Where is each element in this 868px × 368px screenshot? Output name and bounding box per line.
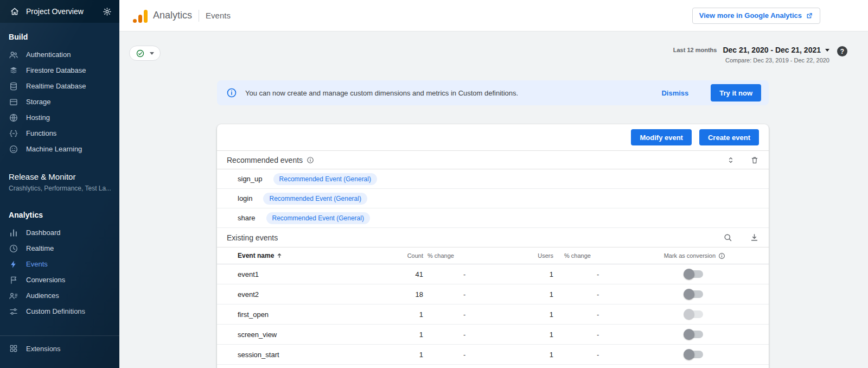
sidebar-item-audiences[interactable]: Audiences <box>0 288 119 303</box>
info-circle-icon <box>718 252 725 259</box>
existing-events-title: Existing events <box>227 233 278 242</box>
date-compare-label: Compare: Dec 23, 2019 - Dec 22, 2020 <box>725 57 829 64</box>
unfold-more-icon[interactable] <box>726 156 735 164</box>
clock-icon <box>9 244 18 253</box>
dismiss-button[interactable]: Dismiss <box>661 89 688 97</box>
sidebar-item-dashboard[interactable]: Dashboard <box>0 225 119 240</box>
check-circle-icon <box>136 49 145 58</box>
mark-as-conversion-toggle[interactable] <box>685 351 703 358</box>
sidebar-item-firestore-database[interactable]: Firestore Database <box>0 62 119 78</box>
date-range-text: Dec 21, 2020 - Dec 21, 2021 <box>723 46 821 54</box>
recommended-event-chip[interactable]: Recommended Event (General) <box>273 173 377 185</box>
sidebar-item-label: Functions <box>26 129 56 137</box>
project-overview-item[interactable]: Project Overview <box>0 0 119 23</box>
cell-users-percent-change: - <box>553 351 651 359</box>
cell-event-name[interactable]: event2 <box>227 290 380 299</box>
dashboard-bars-icon <box>9 228 18 238</box>
event-table-row: session_start 1 - 1 - <box>217 345 769 365</box>
flag-icon <box>9 275 18 285</box>
view-more-label: View more in Google Analytics <box>699 11 802 20</box>
sidebar-item-realtime-database[interactable]: Realtime Database <box>0 78 119 94</box>
cell-percent-change: - <box>423 351 521 359</box>
database-icon <box>9 81 18 91</box>
custom-definitions-banner: You can now create and manage custom dim… <box>217 80 769 105</box>
sidebar-item-hosting[interactable]: Hosting <box>0 110 119 125</box>
settings-gear-icon[interactable] <box>103 7 112 16</box>
sidebar-item-label: Machine Learning <box>26 145 82 153</box>
analytics-section-label: Analytics <box>0 198 119 225</box>
release-monitor-subtitle: Crashlytics, Performance, Test La... <box>9 185 111 192</box>
event-table-row: screen_view 1 - 1 - <box>217 325 769 345</box>
cell-users: 1 <box>521 290 553 299</box>
external-link-icon <box>806 12 813 20</box>
event-name: login <box>238 194 252 202</box>
firebase-sidebar: Project Overview Build Authentication Fi… <box>0 0 119 368</box>
banner-message: You can now create and manage custom dim… <box>245 89 653 97</box>
sidebar-footer: Extensions <box>0 335 119 368</box>
search-icon[interactable] <box>723 233 732 242</box>
event-table-row: event1 41 - 1 - <box>217 264 769 284</box>
mark-as-conversion-toggle[interactable] <box>685 270 703 278</box>
try-it-now-button[interactable]: Try it now <box>711 84 761 101</box>
sidebar-item-label: Hosting <box>26 113 50 122</box>
recommended-event-chip[interactable]: Recommended Event (General) <box>266 212 370 224</box>
sidebar-item-authentication[interactable]: Authentication <box>0 47 119 62</box>
cell-event-name[interactable]: screen_view <box>227 331 380 339</box>
date-range-selector[interactable]: Dec 21, 2020 - Dec 21, 2021 <box>723 46 829 54</box>
sidebar-item-custom-definitions[interactable]: Custom Definitions <box>0 303 119 319</box>
analytics-topbar: Analytics Events View more in Google Ana… <box>119 0 868 31</box>
page-title: Events <box>206 11 231 20</box>
view-more-in-google-analytics-button[interactable]: View more in Google Analytics <box>692 8 820 24</box>
modify-event-button[interactable]: Modify event <box>631 129 691 145</box>
create-event-button[interactable]: Create event <box>699 129 759 145</box>
cell-event-name[interactable]: first_open <box>227 310 380 319</box>
mark-as-conversion-toggle[interactable] <box>685 331 703 338</box>
cell-users: 1 <box>521 270 553 278</box>
project-overview-label: Project Overview <box>26 7 96 16</box>
cell-users: 1 <box>521 331 553 339</box>
column-users-percent-change[interactable]: % change <box>553 252 651 259</box>
help-glyph: ? <box>840 48 844 55</box>
sidebar-item-machine-learning[interactable]: Machine Learning <box>0 141 119 157</box>
home-icon <box>10 7 20 16</box>
release-and-monitor-section[interactable]: Release & Monitor Crashlytics, Performan… <box>0 167 119 198</box>
column-mark-as-conversion: Mark as conversion <box>651 252 759 259</box>
google-analytics-logo-icon <box>133 9 148 23</box>
info-circle-icon <box>307 156 314 164</box>
recommended-event-chip[interactable]: Recommended Event (General) <box>263 193 367 205</box>
chevron-down-icon <box>150 52 154 55</box>
content-area: Last 12 months Dec 21, 2020 - Dec 21, 20… <box>119 31 868 368</box>
column-event-name[interactable]: Event name <box>227 252 380 259</box>
event-name: sign_up <box>238 175 263 183</box>
mark-as-conversion-toggle[interactable] <box>685 290 703 298</box>
column-percent-change[interactable]: % change <box>423 252 521 259</box>
sidebar-item-label: Authentication <box>26 50 71 59</box>
recommended-event-row: login Recommended Event (General) <box>217 189 769 208</box>
sidebar-item-functions[interactable]: Functions <box>0 125 119 141</box>
sidebar-item-label: Realtime <box>26 244 54 252</box>
date-range-area: Last 12 months Dec 21, 2020 - Dec 21, 20… <box>673 46 847 64</box>
sidebar-item-label: Extensions <box>26 345 61 353</box>
sort-arrow-up-icon <box>276 252 283 259</box>
column-count[interactable]: Count <box>380 252 423 259</box>
cell-users-percent-change: - <box>553 270 651 278</box>
cell-count: 1 <box>380 331 423 339</box>
help-icon[interactable]: ? <box>837 46 847 56</box>
extensions-icon <box>9 344 18 353</box>
trash-icon[interactable] <box>750 156 759 164</box>
cell-event-name[interactable]: event1 <box>227 270 380 278</box>
sidebar-item-storage[interactable]: Storage <box>0 94 119 110</box>
sidebar-item-extensions[interactable]: Extensions <box>0 336 119 361</box>
cell-percent-change: - <box>423 270 521 278</box>
recommended-events-title: Recommended events <box>227 156 303 164</box>
column-users[interactable]: Users <box>521 252 553 259</box>
build-section-label: Build <box>0 23 119 47</box>
cell-event-name[interactable]: session_start <box>227 351 380 359</box>
sidebar-item-events[interactable]: Events <box>0 256 119 272</box>
mark-as-conversion-toggle[interactable] <box>685 310 703 318</box>
cell-users: 1 <box>521 310 553 319</box>
download-icon[interactable] <box>750 233 759 242</box>
sidebar-item-realtime[interactable]: Realtime <box>0 240 119 256</box>
status-filter-pill[interactable] <box>129 46 161 61</box>
sidebar-item-conversions[interactable]: Conversions <box>0 272 119 288</box>
